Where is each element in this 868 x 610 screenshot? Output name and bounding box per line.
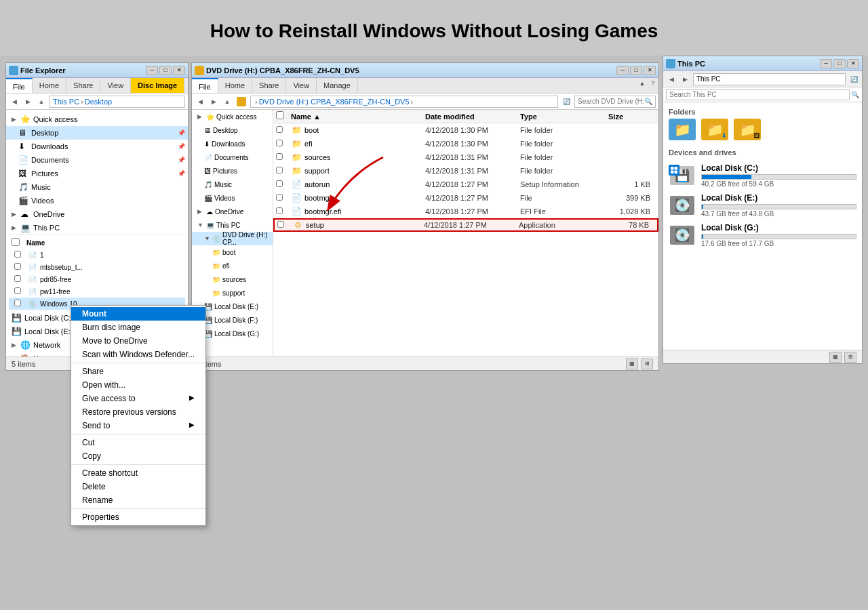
ctx-burn[interactable]: Burn disc image [71, 321, 205, 334]
nav-videos[interactable]: 🎬Videos [6, 194, 188, 207]
ctx-properties[interactable]: Properties [71, 510, 205, 524]
tab-share-left[interactable]: Share [66, 78, 100, 93]
file-support[interactable]: 📁 support 4/12/2018 1:31 PM File folder [273, 164, 658, 178]
nav-desktop[interactable]: 🖥Desktop 📌 [6, 126, 188, 140]
main-nav-boot[interactable]: 📁boot [192, 245, 273, 259]
ribbon-up-btn[interactable]: ▲ [637, 78, 648, 89]
file-autorun[interactable]: 📄 autorun 4/12/2018 1:27 PM Setup Inform… [273, 178, 658, 191]
main-nav-onedrive[interactable]: ▶☁OneDrive [192, 205, 273, 218]
main-nav-music[interactable]: 🎵Music [192, 178, 273, 191]
disk-e[interactable]: 💽 Local Disk (E:) 43.7 GB free of 43.8 G… [669, 190, 856, 220]
tab-home-main[interactable]: Home [218, 78, 252, 93]
view-details-btn[interactable]: ▦ [626, 359, 638, 369]
file-sources[interactable]: 📁 sources 4/12/2018 1:31 PM File folder [273, 150, 658, 164]
nav-quick-access[interactable]: ▶⭐Quick access [6, 113, 188, 126]
ctx-open-with[interactable]: Open with... [71, 378, 205, 392]
col-size-header[interactable]: Size [608, 113, 656, 121]
tab-view-main[interactable]: View [286, 78, 317, 93]
main-nav-quickaccess[interactable]: ▶⭐Quick access [192, 110, 273, 123]
refresh-btn[interactable]: 🔄 [561, 96, 572, 107]
right-forward-btn[interactable]: ▶ [679, 74, 690, 85]
folder-pictures[interactable]: 📁 🖼 [734, 119, 761, 140]
main-search-box[interactable]: 🔍 [574, 96, 656, 108]
ctx-scan-defender[interactable]: Scan with Windows Defender... [71, 348, 205, 361]
main-select-all[interactable] [276, 111, 284, 119]
ctx-restore-versions[interactable]: Restore previous versions [71, 405, 205, 419]
main-minimize-button[interactable]: ─ [616, 66, 629, 75]
tab-manage-main[interactable]: Manage [317, 78, 358, 93]
main-forward-btn[interactable]: ▶ [208, 96, 219, 107]
close-button[interactable]: ✕ [173, 66, 185, 75]
main-maximize-button[interactable]: □ [630, 66, 642, 75]
right-maximize-btn[interactable]: □ [833, 59, 846, 68]
right-search-input[interactable] [666, 89, 850, 100]
main-nav-videos[interactable]: 🎬Videos [192, 191, 273, 205]
right-close-btn[interactable]: ✕ [847, 59, 859, 68]
col-name-header[interactable]: Name ▲ [291, 113, 425, 121]
right-refresh-btn[interactable]: 🔄 [848, 74, 859, 85]
nav-onedrive[interactable]: ▶☁OneDrive [6, 207, 188, 221]
right-address-path[interactable]: This PC [693, 73, 846, 85]
file-1[interactable]: 📄1 [9, 249, 185, 261]
right-minimize-btn[interactable]: ─ [820, 59, 832, 68]
main-close-button[interactable]: ✕ [644, 66, 656, 75]
tab-home-left[interactable]: Home [33, 78, 66, 93]
file-setup[interactable]: ⚙ setup 4/12/2018 1:27 PM Application 78… [273, 218, 658, 232]
ctx-give-access[interactable]: Give access to ▶ [71, 392, 205, 405]
main-nav-thispc[interactable]: ▼💻This PC [192, 218, 273, 232]
file-boot[interactable]: 📁 boot 4/12/2018 1:30 PM File folder [273, 123, 658, 137]
forward-button-left[interactable]: ▶ [22, 96, 33, 107]
ctx-create-shortcut[interactable]: Create shortcut [71, 466, 205, 480]
main-nav-downloads[interactable]: ⬇Downloads [192, 137, 273, 150]
nav-music[interactable]: 🎵Music [6, 180, 188, 194]
file-bootmgr-efi[interactable]: 📄 bootmgr.efi 4/12/2018 1:27 PM EFI File… [273, 205, 658, 218]
folder-downloads[interactable]: 📁 ⬇ [701, 119, 728, 140]
main-back-btn[interactable]: ◀ [195, 96, 205, 107]
main-up-btn[interactable]: ▲ [222, 96, 233, 107]
main-nav-desktop[interactable]: 🖥Desktop [192, 123, 273, 137]
main-address-path[interactable]: › DVD Drive (H:) CPBA_X86FRE_ZH-CN_DV5 › [250, 96, 558, 108]
select-all-checkbox[interactable] [12, 238, 20, 246]
tab-file-left[interactable]: File [6, 78, 33, 93]
minimize-button[interactable]: ─ [146, 66, 158, 75]
main-nav-support[interactable]: 📁support [192, 286, 273, 300]
ctx-cut[interactable]: Cut [71, 436, 205, 449]
right-view-details-btn[interactable]: ▦ [829, 352, 842, 363]
view-icons-btn[interactable]: ⊞ [641, 359, 653, 369]
file-efi[interactable]: 📁 efi 4/12/2018 1:30 PM File folder [273, 137, 658, 150]
file-pdr85[interactable]: 📄pdr85-free [9, 273, 185, 285]
nav-thispc[interactable]: ▶💻This PC [6, 221, 188, 235]
col-date-header[interactable]: Date modified [425, 113, 520, 121]
nav-pictures[interactable]: 🖼Pictures 📌 [6, 167, 188, 180]
ribbon-help-btn[interactable]: ? [648, 78, 658, 89]
right-view-icons-btn[interactable]: ⊞ [844, 352, 856, 363]
ctx-move-onedrive[interactable]: Move to OneDrive [71, 334, 205, 348]
main-nav-efi[interactable]: 📁efi [192, 259, 273, 272]
ctx-copy[interactable]: Copy [71, 449, 205, 463]
main-search-input[interactable] [578, 98, 644, 105]
nav-documents[interactable]: 📄Documents 📌 [6, 153, 188, 167]
main-nav-sources[interactable]: 📁sources [192, 272, 273, 286]
ctx-rename[interactable]: Rename [71, 493, 205, 507]
main-nav-pics[interactable]: 🖼Pictures [192, 164, 273, 178]
ctx-send-to[interactable]: Send to ▶ [71, 419, 205, 432]
tab-view-left[interactable]: View [100, 78, 131, 93]
up-button-left[interactable]: ▲ [36, 96, 47, 107]
right-back-btn[interactable]: ◀ [666, 74, 677, 85]
maximize-button[interactable]: □ [159, 66, 172, 75]
ctx-mount[interactable]: Mount [71, 307, 205, 321]
ctx-share[interactable]: Share [71, 365, 205, 378]
left-address-path[interactable]: This PC › Desktop [50, 96, 185, 108]
tab-file-main[interactable]: File [192, 78, 218, 93]
file-bootmgr[interactable]: 📄 bootmgr 4/12/2018 1:27 PM File 399 KB [273, 191, 658, 205]
folder-desktop[interactable]: 📁 [669, 119, 696, 140]
col-type-header[interactable]: Type [520, 113, 608, 121]
main-nav-dvd[interactable]: ▼💿DVD Drive (H:) CP... [192, 232, 273, 245]
tab-manage-left[interactable]: Disc Image [131, 78, 184, 93]
tab-share-main[interactable]: Share [252, 78, 286, 93]
disk-g[interactable]: 💽 Local Disk (G:) 17.6 GB free of 17.7 G… [669, 220, 856, 250]
back-button-left[interactable]: ◀ [9, 96, 20, 107]
disk-c[interactable]: 💾 Local Disk (C:) [669, 161, 856, 190]
file-mtsbsetup[interactable]: 📄mtsbsetup_t... [9, 261, 185, 273]
file-pw11[interactable]: 📄pw11-free [9, 285, 185, 298]
